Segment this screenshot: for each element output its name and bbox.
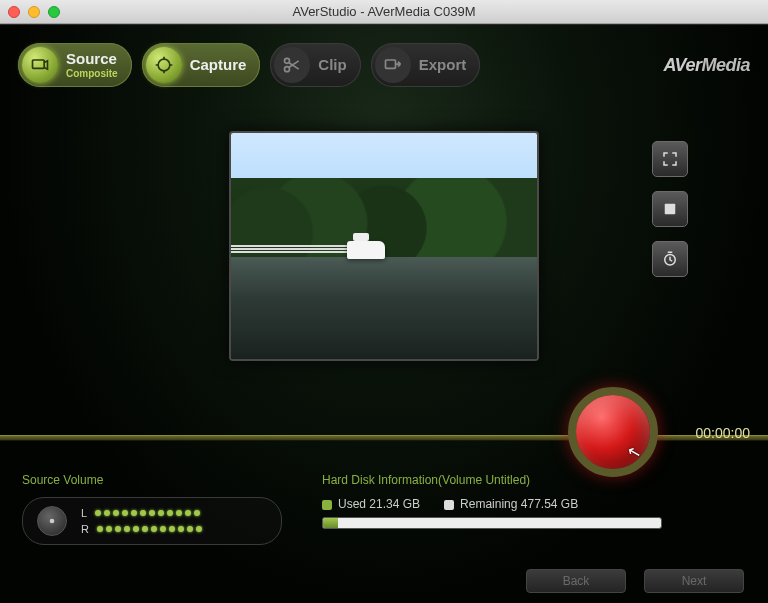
brand-suffix: Media [701,55,750,75]
timer-button[interactable] [652,241,688,277]
step-label: Source [66,51,118,68]
export-icon [375,47,411,83]
brand-prefix: AVer [663,55,701,75]
svg-rect-5 [665,204,676,215]
svg-rect-4 [385,60,395,68]
snapshot-button[interactable] [652,191,688,227]
step-source[interactable]: Source Composite [18,43,132,87]
step-label: Export [419,57,467,74]
disk-used: Used 21.34 GB [322,497,420,511]
disk-bar [322,517,662,529]
step-export: Export [371,43,481,87]
disk-section: Hard Disk Information(Volume Untitled) U… [322,473,662,557]
meter-dots-right [97,526,202,532]
volume-meter: L R [22,497,282,545]
meter-dots-left [95,510,200,516]
volume-section: Source Volume L R [22,473,282,557]
titlebar: AVerStudio - AVerMedia C039M [0,0,768,24]
record-button[interactable] [568,387,658,477]
disk-bar-fill [323,518,338,528]
record-bar: ↖ 00:00:00 [0,403,768,467]
step-sublabel: Composite [66,68,118,79]
window-title: AVerStudio - AVerMedia C039M [0,4,768,19]
video-preview[interactable] [229,131,539,361]
speaker-icon[interactable] [37,506,67,536]
back-button[interactable]: Back [526,569,626,593]
footer: Back Next [0,563,768,603]
source-icon [22,47,58,83]
svg-rect-0 [33,60,45,68]
svg-point-7 [50,519,55,524]
clip-icon [274,47,310,83]
step-label: Clip [318,57,346,74]
next-button[interactable]: Next [644,569,744,593]
info-panel: Source Volume L R Hard Disk I [0,467,768,563]
step-label: Capture [190,57,247,74]
timecode: 00:00:00 [696,425,751,441]
step-nav: Source Composite Capture Clip [0,25,768,101]
disk-title: Hard Disk Information(Volume Untitled) [322,473,662,487]
side-tools [652,141,688,277]
fullscreen-button[interactable] [652,141,688,177]
disk-legend: Used 21.34 GB Remaining 477.54 GB [322,497,662,511]
channel-label: R [81,523,89,535]
channel-label: L [81,507,87,519]
meter-left: L [81,507,202,519]
meter-right: R [81,523,202,535]
disk-remaining: Remaining 477.54 GB [444,497,578,511]
step-capture[interactable]: Capture [142,43,261,87]
svg-point-1 [158,59,170,71]
app-body: Source Composite Capture Clip [0,24,768,603]
volume-title: Source Volume [22,473,282,487]
capture-icon [146,47,182,83]
step-clip: Clip [270,43,360,87]
brand-logo: AVerMedia [663,55,750,76]
